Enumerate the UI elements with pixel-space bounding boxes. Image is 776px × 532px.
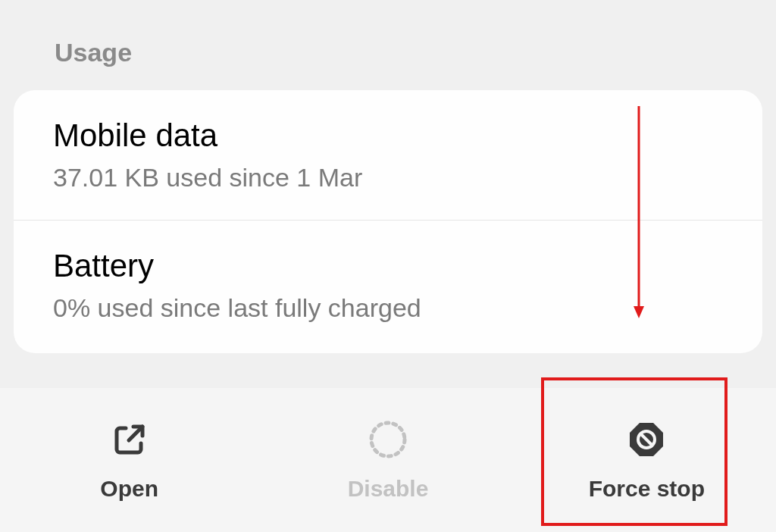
section-header-usage: Usage (0, 0, 776, 90)
open-icon (111, 418, 149, 461)
disable-icon (368, 418, 408, 461)
force-stop-icon (627, 418, 666, 461)
svg-point-0 (371, 423, 405, 456)
open-button[interactable]: Open (0, 388, 258, 532)
mobile-data-title: Mobile data (53, 117, 723, 154)
mobile-data-sub: 37.01 KB used since 1 Mar (53, 163, 723, 192)
disable-label: Disable (348, 476, 429, 502)
force-stop-label: Force stop (589, 476, 705, 502)
usage-card: Mobile data 37.01 KB used since 1 Mar Ba… (14, 90, 762, 353)
force-stop-button[interactable]: Force stop (518, 388, 776, 532)
mobile-data-row[interactable]: Mobile data 37.01 KB used since 1 Mar (14, 90, 762, 221)
open-label: Open (100, 476, 158, 502)
bottom-action-bar: Open Disable Force stop (0, 388, 776, 532)
battery-row[interactable]: Battery 0% used since last fully charged (14, 221, 762, 353)
battery-sub: 0% used since last fully charged (53, 293, 723, 323)
disable-button[interactable]: Disable (258, 388, 517, 532)
battery-title: Battery (53, 248, 723, 284)
